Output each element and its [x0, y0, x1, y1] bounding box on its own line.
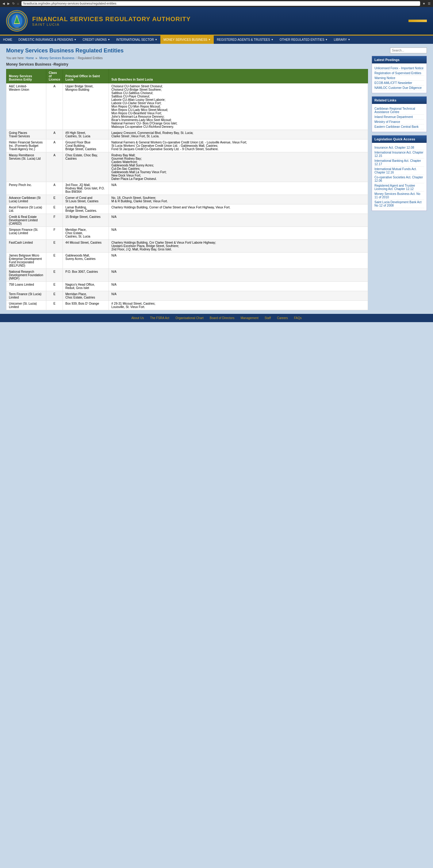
legislation-link[interactable]: International Mutual Funds Act. Chapter …: [374, 167, 417, 174]
list-item: Registered Agent and Trustee Licencing A…: [374, 183, 424, 192]
cell-principal: Nagico's Head Office, Reduit, Gros Islet: [63, 282, 109, 291]
header-stripe: [408, 20, 427, 22]
cell-branches: No. 18, Church Street, Soufriere; M & R …: [109, 195, 368, 205]
cell-branches: N/A: [109, 291, 368, 301]
site-logo: FSRA: [6, 10, 28, 32]
nav-international[interactable]: INTERNATIONAL SECTOR ▼: [113, 36, 161, 44]
cell-branches: Choiseul CU-Salmon Street Choiseul; Choi…: [109, 83, 368, 130]
breadcrumb: You are here: Home ► Money Services Busi…: [6, 56, 368, 60]
table-row: Term Finance (St Lucia) LimitedEMerridan…: [6, 291, 368, 301]
cell-principal: Lamar Building, Bridge Street, Castries.: [63, 205, 109, 214]
cell-entity: Credit & Real Estate Development Limited…: [6, 214, 46, 227]
related-links-box: Related Links Caribbean Regional Technic…: [372, 96, 427, 132]
footer-link[interactable]: Board of Directors: [210, 316, 235, 320]
cell-entity: A&C Limited- Western Union: [6, 83, 46, 130]
list-item: International Banking Act. Chapter 12.17: [374, 158, 424, 167]
list-item: Saint Lucia Development Bank Act No 12 o…: [374, 200, 424, 208]
page-title: Money Services Business Regulated Entiti…: [6, 48, 368, 54]
legislation-link[interactable]: Insurance Act. Chapter 12.08: [374, 146, 414, 149]
table-row: James Belgrave Micro Enterprise Developm…: [6, 253, 368, 269]
footer-link[interactable]: Staff: [265, 316, 271, 320]
list-item: Money Services Business Act. No 11 of 20…: [374, 192, 424, 200]
related-link[interactable]: Ministry of Finance: [374, 120, 400, 124]
registry-table: Money Services Business Entity Class of …: [6, 69, 368, 310]
back-icon[interactable]: ◀: [2, 2, 5, 5]
bookmark-icon[interactable]: ★: [423, 2, 425, 5]
footer-link[interactable]: Careers: [277, 316, 288, 320]
posting-link[interactable]: NAMLOC Customer Due Diligence: [374, 86, 422, 90]
url-bar[interactable]: fsrastlucia.org/index.php/money-services…: [22, 1, 420, 6]
footer-link[interactable]: Management: [240, 316, 258, 320]
cell-principal: Merridan Place, Choc Estate, Castries: [63, 291, 109, 301]
org-location: SAINT LUCIA: [32, 23, 191, 26]
table-row: Credit & Real Estate Development Limited…: [6, 214, 368, 227]
cell-principal: 44 Micoud Street, Castries: [63, 240, 109, 253]
cell-principal: 3rd Floor, JQ Mall, Rodney Mall, Gros Is…: [63, 182, 109, 195]
related-link[interactable]: Caribbean Regional Technical Assistance …: [374, 107, 415, 114]
footer-link[interactable]: The FSRA Act: [150, 316, 169, 320]
search-box: [372, 48, 427, 53]
cell-entity: Term Finance (St Lucia) Limited: [6, 291, 46, 301]
nav-registered-agents[interactable]: REGISTERED AGENTS & TRUSTEES ▼: [214, 36, 277, 44]
nav-money-services[interactable]: MONEY SERVICES BUSINESS ▼: [161, 36, 214, 44]
svg-text:FSRA: FSRA: [15, 27, 19, 29]
posting-link[interactable]: ECOB AML/CFT Newsletter: [374, 81, 412, 85]
legislation-link[interactable]: International Insurance Act. Chapter 12.…: [374, 151, 424, 158]
reload-icon[interactable]: ↻: [12, 2, 15, 5]
related-links-content: Caribbean Regional Technical Assistance …: [372, 104, 427, 132]
cell-class: E: [46, 291, 63, 301]
menu-icon[interactable]: ☰: [428, 2, 431, 5]
main-container: Money Services Business Regulated Entiti…: [0, 44, 433, 314]
cell-principal: Ground Floor Blue Coral Building, Bridge…: [63, 140, 109, 152]
nav-domestic[interactable]: DOMESTIC INSURANCE & PENSIONS ▼: [15, 36, 80, 44]
legislation-link[interactable]: International Banking Act. Chapter 12.17: [374, 159, 421, 166]
list-item: International Mutual Funds Act. Chapter …: [374, 167, 424, 175]
nav-other-regulated[interactable]: OTHER REGULATED ENTITIES ▼: [277, 36, 331, 44]
cell-branches: N/A: [109, 269, 368, 282]
latest-postings-content: Unlicensed Forex - Important NoticeRegis…: [372, 63, 427, 93]
nav-library[interactable]: LIBRARY ▼: [331, 36, 353, 44]
col-entity: Money Services Business Entity: [6, 69, 46, 83]
site-header: FSRA FINANCIAL SERVICES REGULATORY AUTHO…: [0, 7, 433, 36]
col-branches: Sub Branches in Saint Lucia: [109, 69, 368, 83]
table-row: National Research Development Foundation…: [6, 269, 368, 282]
cell-branches: N/A: [109, 282, 368, 291]
legislation-link[interactable]: Saint Lucia Development Bank Act No 12 o…: [374, 200, 421, 207]
legislation-link[interactable]: Money Services Business Act. No 11 of 20…: [374, 192, 421, 199]
footer-link[interactable]: FAQs: [294, 316, 302, 320]
site-footer: About UsThe FSRA ActOrganisational Chart…: [0, 314, 433, 322]
cell-entity: James Belgrave Micro Enterprise Developm…: [6, 253, 46, 269]
home-icon[interactable]: ⌂: [17, 2, 19, 5]
breadcrumb-msb[interactable]: Money Services Business: [39, 56, 75, 60]
posting-link[interactable]: Unlicensed Forex - Important Notice: [374, 66, 424, 70]
cell-entity: FastCash Limited: [6, 240, 46, 253]
table-row: Unicomer (St. Lucia) LimitedEBox 939, Bo…: [6, 301, 368, 310]
footer-link[interactable]: About Us: [131, 316, 144, 320]
cell-entity: Axcel Finance (St Lucia) Ltd.: [6, 205, 46, 214]
legislation-link[interactable]: Registered Agent and Trustee Licencing A…: [374, 184, 415, 191]
table-row: A&C Limited- Western UnionAUpper Bridge …: [6, 83, 368, 130]
breadcrumb-current: Regulated Entities: [78, 56, 103, 60]
cell-class: E: [46, 240, 63, 253]
forward-icon[interactable]: ▶: [7, 2, 10, 5]
search-input[interactable]: [390, 48, 427, 53]
nav-home[interactable]: HOME: [0, 36, 15, 44]
cell-principal: P.O. Box 3067, Castries: [63, 269, 109, 282]
legislation-title: Legislation Quick Access: [372, 135, 427, 143]
list-item: Co-operative Societies Act. Chapter 12.0…: [374, 175, 424, 183]
list-item: NAMLOC Customer Due Diligence: [374, 86, 424, 90]
legislation-link[interactable]: Co-operative Societies Act. Chapter 12.0…: [374, 176, 423, 182]
nav-credit-unions[interactable]: CREDIT UNIONS ▼: [80, 36, 113, 44]
related-link[interactable]: Inland Revenue Department: [374, 115, 413, 119]
breadcrumb-home[interactable]: Home: [26, 56, 34, 60]
cell-branches: N/A: [109, 214, 368, 227]
registry-title: Money Services Business -Registry: [6, 62, 368, 66]
posting-link[interactable]: Registration of Supervised Entities: [374, 71, 421, 75]
cell-principal: #9 High Street, Castries, St. Lucia: [63, 130, 109, 140]
related-link[interactable]: Eastern Caribbean Central Bank: [374, 125, 418, 128]
footer-link[interactable]: Organisational Chart: [175, 316, 204, 320]
cell-class: E: [46, 282, 63, 291]
table-row: Going Places Travel ServicesA#9 High Str…: [6, 130, 368, 140]
cell-class: A: [46, 130, 63, 140]
posting-link[interactable]: Warning Notice: [374, 76, 395, 80]
